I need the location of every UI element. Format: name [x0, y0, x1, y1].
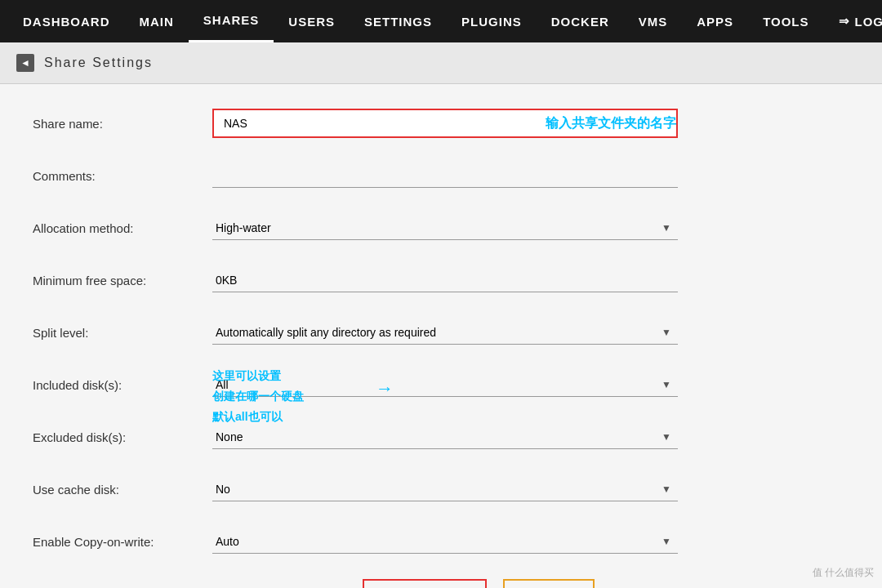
- comments-input[interactable]: [212, 164, 678, 188]
- nav-plugins[interactable]: PLUGINS: [447, 0, 537, 42]
- excluded-disks-select[interactable]: None Disk 1 Disk 2: [212, 425, 678, 449]
- nav-logout[interactable]: ⇒ LOGOUT: [824, 0, 882, 42]
- included-disks-control: All Disk 1 Disk 2 ▼: [212, 373, 849, 397]
- copy-on-write-row: Enable Copy-on-write: Auto Yes No ▼: [33, 527, 849, 556]
- use-cache-control: No Yes Only Prefer ▼: [212, 478, 849, 501]
- allocation-method-control: High-water Fill-up Most-free ▼: [212, 216, 849, 240]
- use-cache-select[interactable]: No Yes Only Prefer: [212, 478, 678, 501]
- min-free-space-label: Minimum free space:: [33, 274, 212, 287]
- watermark: 值 什么值得买: [813, 566, 874, 580]
- back-icon: ◄: [16, 54, 34, 72]
- page-title: Share Settings: [44, 56, 153, 70]
- copy-on-write-control: Auto Yes No ▼: [212, 530, 849, 554]
- nav-main[interactable]: MAIN: [125, 0, 189, 42]
- min-free-space-input[interactable]: [212, 269, 678, 292]
- split-level-select[interactable]: Automatically split any directory as req…: [212, 321, 678, 345]
- nav-shares[interactable]: SHARES: [189, 0, 274, 42]
- split-level-label: Split level:: [33, 326, 212, 340]
- nav-tools[interactable]: TOOLS: [748, 0, 823, 42]
- buttons-row: ADD SHARE RESET: [363, 579, 595, 588]
- split-level-control: Automatically split any directory as req…: [212, 321, 849, 345]
- logout-label: LOGOUT: [855, 15, 882, 29]
- logout-icon: ⇒: [839, 14, 850, 29]
- excluded-disks-label: Excluded disk(s):: [33, 430, 212, 444]
- nav-apps[interactable]: APPS: [682, 0, 748, 42]
- allocation-method-row: Allocation method: High-water Fill-up Mo…: [33, 213, 849, 243]
- allocation-method-label: Allocation method:: [33, 221, 212, 235]
- comments-row: Comments:: [33, 161, 849, 190]
- share-name-row: Share name: 输入共享文件夹的名字: [33, 109, 849, 138]
- share-name-input[interactable]: [214, 110, 521, 136]
- allocation-method-select[interactable]: High-water Fill-up Most-free: [212, 216, 678, 240]
- nav-docker[interactable]: DOCKER: [537, 0, 624, 42]
- comments-label: Comments:: [33, 169, 212, 183]
- min-free-space-row: Minimum free space:: [33, 265, 849, 295]
- split-level-wrapper: Automatically split any directory as req…: [212, 321, 678, 345]
- page-header: ◄ Share Settings: [0, 42, 882, 84]
- add-share-button[interactable]: ADD SHARE: [363, 579, 487, 588]
- form-area: Share name: 输入共享文件夹的名字 Comments: Allocat…: [0, 84, 882, 588]
- share-name-label: Share name:: [33, 117, 212, 131]
- share-name-annotation: 输入共享文件夹的名字: [546, 115, 676, 132]
- disk-annotation-line3: 默认all也可以: [212, 407, 304, 427]
- buttons-container: ADD SHARE RESET 其它默认即可: [363, 579, 595, 588]
- nav-vms[interactable]: VMS: [624, 0, 683, 42]
- page-content: ◄ Share Settings Share name: 输入共享文件夹的名字 …: [0, 42, 882, 588]
- nav-dashboard[interactable]: DASHBOARD: [8, 0, 125, 42]
- navbar: DASHBOARD MAIN SHARES USERS SETTINGS PLU…: [0, 0, 882, 42]
- action-row: 点击添加 → ADD SHARE RESET 其它默认即可: [33, 579, 849, 588]
- included-disks-label: Included disk(s):: [33, 378, 212, 392]
- copy-on-write-select[interactable]: Auto Yes No: [212, 530, 678, 554]
- reset-button[interactable]: RESET: [503, 579, 595, 588]
- excluded-disks-row: Excluded disk(s): None Disk 1 Disk 2 ▼: [33, 422, 849, 452]
- nav-settings[interactable]: SETTINGS: [350, 0, 447, 42]
- excluded-disks-wrapper: None Disk 1 Disk 2 ▼: [212, 425, 678, 449]
- disk-annotation-line2: 创建在哪一个硬盘: [212, 386, 304, 407]
- split-level-row: Split level: Automatically split any dir…: [33, 318, 849, 347]
- share-name-control: 输入共享文件夹的名字: [212, 109, 678, 138]
- use-cache-label: Use cache disk:: [33, 483, 212, 497]
- copy-on-write-label: Enable Copy-on-write:: [33, 535, 212, 549]
- disk-annotation-arrow-icon: →: [376, 378, 394, 399]
- min-free-space-control: [212, 269, 849, 292]
- included-disks-row: Included disk(s): 这里可以设置 创建在哪一个硬盘 默认all也…: [33, 370, 849, 399]
- use-cache-wrapper: No Yes Only Prefer ▼: [212, 478, 678, 501]
- nav-users[interactable]: USERS: [274, 0, 350, 42]
- excluded-disks-control: None Disk 1 Disk 2 ▼: [212, 425, 849, 449]
- allocation-method-wrapper: High-water Fill-up Most-free ▼: [212, 216, 678, 240]
- use-cache-row: Use cache disk: No Yes Only Prefer ▼: [33, 474, 849, 504]
- copy-on-write-wrapper: Auto Yes No ▼: [212, 530, 678, 554]
- disk-annotation-line1: 这里可以设置: [212, 366, 304, 386]
- comments-control: [212, 164, 849, 188]
